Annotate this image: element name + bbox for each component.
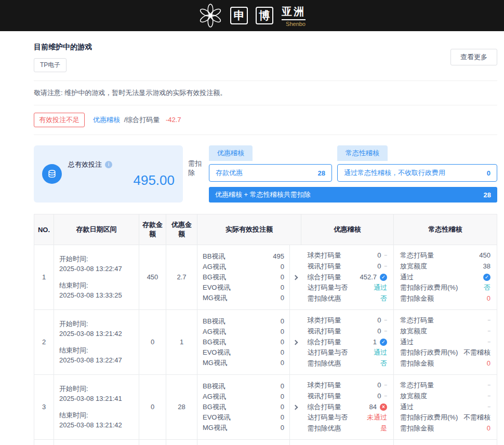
audit-line: 需扣除行政费用(%)不需稽核 (400, 412, 490, 423)
audit-label: 需扣除行政费用(%) (400, 412, 463, 423)
bet-line: EVO视讯0 (203, 412, 284, 423)
audit-value: 84 (369, 402, 377, 413)
audit-line: 需扣除行政费用(%)不需稽核 (400, 347, 490, 358)
bet-game-name: EVO视讯 (203, 412, 230, 423)
tab-normal-audit[interactable]: 常态性稽核 (337, 145, 388, 161)
bet-line: EVO视讯0 (203, 347, 284, 358)
summary-right: 优惠稽核 常态性稽核 存款优惠 28 通过常态性稽核，不收取行政费用 0 优惠稽… (209, 145, 497, 203)
deduct-label: 需扣除 (183, 145, 209, 203)
audit-value: 0 (487, 358, 490, 369)
bet-line: BG视讯0 (203, 272, 284, 282)
audit-value: 38 (483, 261, 490, 272)
audit-label: 综合打码量 (308, 402, 369, 413)
normal-audit-box-label: 通过常态性稽核，不收取行政费用 (344, 168, 445, 178)
audit-line: 综合打码量1✓ (308, 337, 388, 348)
audit-line: 放宽额度– (400, 391, 490, 402)
audit-value: 否 (484, 282, 490, 293)
audit-line: 综合打码量84× (308, 402, 388, 413)
start-time-value: 2025-03-08 13:22:47 (59, 264, 134, 274)
col-normal-audit: 常态性稽核 (394, 214, 497, 245)
table-row: 2 开始时间: 2025-03-08 13:21:42 结束时间: 2025-0… (34, 309, 497, 374)
total-deduction-value: 28 (484, 191, 491, 199)
audit-line: 放宽额度38 (400, 261, 490, 272)
col-deposit-amount: 存款金额 (139, 214, 166, 245)
bet-game-name: AG视讯 (203, 327, 226, 337)
bet-line: BG视讯0 (203, 337, 284, 347)
dash-icon: – (384, 263, 387, 270)
bet-value: 0 (281, 381, 284, 392)
bet-value: 0 (281, 293, 284, 303)
tab-promo-audit[interactable]: 优惠稽核 (209, 145, 253, 161)
maintenance-notice: 敬请注意: 维护中的游戏，暂时无法显示游戏的实际有效投注额。 (34, 81, 497, 105)
audit-tabs: 优惠稽核 常态性稽核 (209, 145, 497, 164)
audit-value: 否 (380, 358, 387, 369)
top-header: 申 博 亚洲 Shenbo (0, 0, 504, 31)
bonus-amount-cell: 1 (166, 309, 197, 374)
view-more-button[interactable]: 查看更多 (450, 49, 497, 65)
audit-value: 是 (380, 423, 387, 434)
start-time-label: 开始时间: (59, 254, 134, 264)
audit-value: 不需稽核 (463, 347, 490, 358)
brand-wordmark: 亚洲 Shenbo (282, 5, 306, 27)
expand-chevron-icon[interactable] (293, 340, 298, 345)
dash-icon: – (384, 328, 387, 335)
status-text: 优惠稽核 /综合打码量 -42.7 (93, 115, 181, 125)
table-body: 1 开始时间: 2025-03-08 13:22:47 结束时间: 2025-0… (34, 245, 497, 445)
expand-chevron-icon[interactable] (293, 405, 298, 410)
total-deduction-bar: 优惠稽核 + 常态性稽核共需扣除 28 (209, 187, 497, 203)
audit-label: 视讯打码量 (308, 326, 378, 337)
row-no-cell: 4 (34, 439, 54, 445)
audit-label: 通过 (400, 402, 487, 413)
audit-label: 达打码量与否 (308, 347, 374, 358)
audit-value: 通过 (374, 282, 387, 293)
check-icon: ✓ (380, 274, 387, 281)
dash-icon: – (384, 382, 387, 389)
bet-value: 0 (281, 282, 284, 293)
info-icon[interactable]: i (105, 161, 112, 168)
brand-en-name: Shenbo (282, 21, 306, 27)
audit-label: 综合打码量 (308, 337, 373, 348)
start-time-label: 开始时间: (59, 319, 134, 329)
bet-value: 0 (281, 327, 284, 337)
col-actual-bets: 实际有效投注额 (197, 214, 301, 245)
promo-audit-box: 存款优惠 28 (209, 164, 332, 182)
actual-bets-cell: BB视讯0AG视讯0BG视讯0EVO视讯0MG视讯0 (197, 309, 290, 374)
audit-label: 放宽额度 (400, 261, 483, 272)
bet-game-name: BB视讯 (203, 251, 225, 262)
audit-value: 否 (380, 293, 387, 304)
audit-value: 450 (479, 250, 490, 261)
bonus-amount-cell: 28 (166, 374, 197, 439)
bet-line: BB视讯0 (203, 316, 284, 327)
summary-section: 总有效投注 i 495.00 需扣除 优惠稽核 常态性稽核 存款优惠 28 (34, 135, 497, 214)
audit-label: 视讯打码量 (308, 261, 378, 272)
start-time-value: 2025-03-08 13:21:42 (59, 329, 134, 339)
bet-game-name: AG视讯 (203, 262, 226, 272)
bet-game-name: MG视讯 (203, 358, 227, 368)
cross-icon: × (380, 403, 387, 411)
audit-label: 需扣除优惠 (308, 358, 381, 369)
audit-value: 0 (487, 293, 490, 304)
bet-line: MG视讯0 (203, 423, 284, 433)
audit-line: 视讯打码量0– (308, 326, 388, 337)
promo-audit-link[interactable]: 优惠稽核 (93, 116, 120, 124)
total-valid-bet-card: 总有效投注 i 495.00 (34, 145, 183, 203)
expand-chevron-icon[interactable] (293, 275, 298, 280)
bet-value: 0 (281, 423, 284, 433)
audit-label: 综合打码量 (308, 272, 360, 283)
audit-value: 452.7 (360, 272, 377, 283)
bet-value: 0 (281, 412, 284, 423)
bet-game-name: BG视讯 (203, 337, 226, 347)
normal-audit-cell: 常态打码量–放宽额度–通过–需扣除行政费用(%)不需稽核需扣除金额0 (394, 439, 497, 445)
audit-value: 不需稽核 (463, 412, 490, 423)
coins-icon (42, 164, 62, 184)
bet-value: 0 (281, 347, 284, 358)
audit-line: 达打码量与否未通过 (308, 412, 388, 423)
audit-value: 0 (377, 315, 381, 326)
brand-char-2: 博 (256, 7, 273, 24)
promo-audit-cell: 球类打码量0–视讯打码量0–综合打码量0–达打码量与否不需稽核需扣除优惠否 (301, 439, 394, 445)
bonus-amount-cell: 3.25 (166, 439, 197, 445)
promo-audit-box-value: 28 (318, 169, 325, 177)
deposit-amount-cell: 0 (139, 309, 166, 374)
end-time-label: 结束时间: (59, 345, 134, 356)
col-bonus-amount: 优惠金额 (166, 214, 197, 245)
